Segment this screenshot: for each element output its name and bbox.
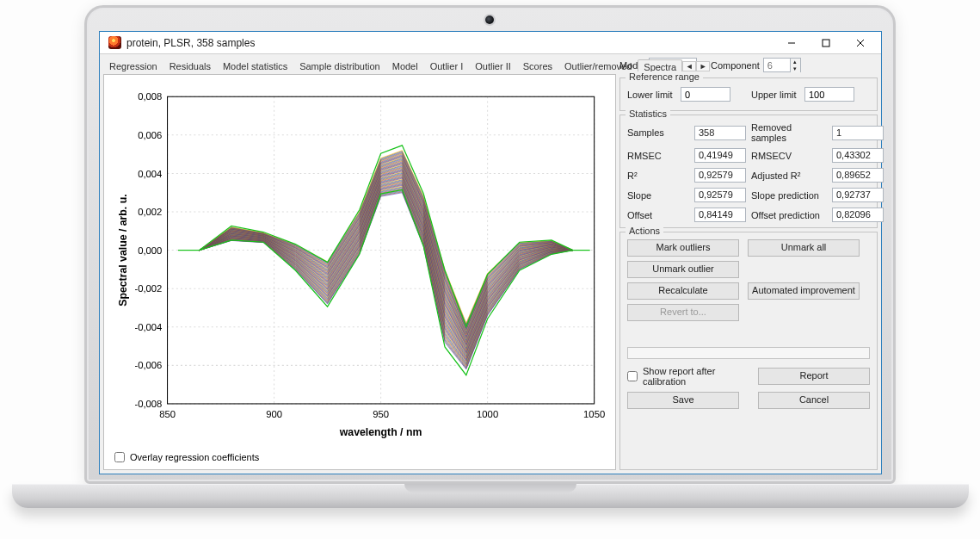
app-window: protein, PLSR, 358 samples RegressionRes… [99, 31, 882, 474]
lower-limit-input[interactable] [681, 87, 730, 102]
recalculate-button[interactable]: Recalculate [627, 282, 739, 300]
tab-residuals[interactable]: Residuals [163, 59, 217, 74]
spectra-chart: 85090095010001050-0,008-0,006-0,004-0,00… [113, 80, 607, 449]
tab-scores[interactable]: Scores [517, 59, 558, 74]
samples-label: Samples [627, 127, 689, 138]
maximize-button[interactable] [809, 32, 843, 54]
r2-value: 0,92579 [694, 168, 746, 183]
svg-text:850: 850 [159, 409, 176, 419]
titlebar: protein, PLSR, 358 samples [100, 32, 881, 54]
offset-value: 0,84149 [694, 208, 746, 222]
close-button[interactable] [843, 32, 878, 54]
reference-range-legend: Reference range [626, 71, 703, 82]
svg-text:900: 900 [266, 409, 282, 419]
tab-scroll-left[interactable]: ◄ [682, 61, 696, 71]
component-stepper[interactable]: 6 ▴▾ [763, 58, 801, 72]
svg-text:0,000: 0,000 [138, 245, 162, 256]
tab-outlier-i[interactable]: Outlier I [424, 59, 470, 74]
svg-text:wavelength / nm: wavelength / nm [339, 426, 422, 438]
svg-text:-0,006: -0,006 [134, 360, 162, 370]
tabs-row: RegressionResidualsModel statisticsSampl… [103, 58, 616, 75]
overlay-regression-checkbox[interactable]: Overlay regression coefficients [113, 449, 607, 462]
component-up[interactable]: ▴ [790, 59, 800, 65]
adjr2-value: 0,89652 [832, 168, 884, 183]
unmark-outlier-button[interactable]: Unmark outlier [627, 261, 739, 278]
lower-limit-label: Lower limit [627, 90, 675, 100]
removed-samples-value: 1 [832, 126, 884, 140]
svg-text:950: 950 [373, 409, 389, 419]
laptop-frame: protein, PLSR, 358 samples RegressionRes… [0, 0, 980, 539]
adjr2-label: Adjusted R² [751, 170, 827, 181]
unmark-all-button[interactable]: Unmark all [748, 239, 860, 257]
slope-pred-label: Slope prediction [751, 190, 827, 201]
svg-text:0,006: 0,006 [138, 130, 162, 140]
window-title: protein, PLSR, 358 samples [126, 37, 255, 49]
svg-text:0,008: 0,008 [138, 91, 162, 102]
component-down[interactable]: ▾ [790, 65, 800, 72]
offset-pred-label: Offset prediction [751, 210, 827, 220]
removed-samples-label: Removed samples [751, 122, 827, 143]
laptop-notch [404, 484, 576, 493]
slope-label: Slope [627, 190, 689, 201]
svg-text:-0,004: -0,004 [134, 322, 162, 332]
slope-value: 0,92579 [694, 188, 746, 202]
upper-limit-input[interactable] [804, 87, 854, 102]
app-icon [108, 36, 121, 49]
svg-text:1050: 1050 [583, 409, 605, 419]
svg-text:1000: 1000 [477, 409, 498, 419]
cancel-button[interactable]: Cancel [758, 392, 870, 409]
tab-sample-distribution[interactable]: Sample distribution [293, 59, 386, 74]
component-value: 6 [764, 60, 790, 71]
save-button[interactable]: Save [627, 392, 739, 409]
rmsecv-value: 0,43302 [832, 148, 884, 163]
offset-label: Offset [627, 210, 689, 220]
laptop-camera [485, 15, 494, 24]
automated-improvement-button[interactable]: Automated improvement [748, 282, 860, 300]
minimize-button[interactable] [774, 32, 809, 54]
component-label: Component [711, 60, 760, 71]
svg-text:Spectral value / arb. u.: Spectral value / arb. u. [117, 194, 129, 306]
tab-model[interactable]: Model [386, 59, 424, 74]
tab-regression[interactable]: Regression [103, 59, 163, 74]
report-button[interactable]: Report [758, 368, 870, 385]
tab-model-statistics[interactable]: Model statistics [217, 59, 293, 74]
svg-text:-0,002: -0,002 [134, 283, 162, 294]
mark-outliers-button[interactable]: Mark outliers [627, 239, 739, 257]
overlay-regression-input[interactable] [114, 452, 125, 462]
overlay-regression-label: Overlay regression coefficients [130, 452, 259, 462]
svg-text:0,002: 0,002 [138, 207, 162, 217]
slope-pred-value: 0,92737 [832, 188, 884, 202]
statistics-legend: Statistics [626, 108, 670, 119]
offset-pred-value: 0,82096 [832, 208, 884, 222]
rmsec-value: 0,41949 [694, 148, 746, 163]
r2-label: R² [627, 170, 689, 181]
svg-text:-0,008: -0,008 [134, 399, 162, 409]
show-report-input[interactable] [627, 371, 638, 381]
upper-limit-label: Upper limit [751, 90, 799, 100]
svg-rect-1 [823, 40, 829, 46]
progress-bar [627, 347, 870, 359]
show-report-label: Show report after calibration [643, 366, 749, 387]
tab-scroll-right[interactable]: ► [696, 61, 710, 71]
tab-outlier-ii[interactable]: Outlier II [469, 59, 517, 74]
rmsecv-label: RMSECV [751, 151, 827, 161]
actions-legend: Actions [626, 226, 663, 236]
revert-to-button[interactable]: Revert to... [627, 304, 739, 321]
rmsec-label: RMSEC [627, 151, 689, 161]
show-report-checkbox[interactable]: Show report after calibration [627, 366, 749, 387]
samples-value: 358 [694, 126, 746, 140]
svg-text:0,004: 0,004 [138, 169, 162, 179]
plot-panel: 85090095010001050-0,008-0,006-0,004-0,00… [103, 75, 616, 470]
